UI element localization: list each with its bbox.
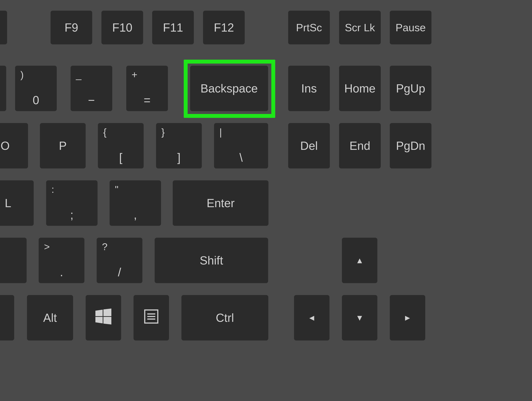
key-label: Pause	[395, 21, 426, 34]
svg-marker-0	[95, 310, 103, 316]
key-o[interactable]: O	[0, 123, 28, 168]
key-lower: ;	[46, 208, 98, 221]
key-lower: ]	[156, 151, 202, 164]
key-lower: 9	[0, 93, 6, 107]
svg-marker-1	[103, 309, 111, 316]
key-end[interactable]: End	[339, 123, 381, 168]
key-label: Shift	[200, 254, 223, 267]
key-label: Alt	[43, 311, 57, 324]
key-upper: |	[219, 126, 222, 138]
key-label: Home	[344, 82, 375, 95]
key-f9[interactable]: F9	[51, 11, 92, 44]
key-upper: :	[51, 184, 54, 195]
menu-icon	[143, 309, 159, 327]
key-label: Del	[300, 139, 318, 153]
key-fn[interactable]	[0, 295, 14, 341]
key-lower: [	[98, 151, 144, 164]
key-pause[interactable]: Pause	[390, 11, 431, 44]
key-pgdn[interactable]: PgDn	[390, 123, 431, 168]
key-lower: −	[70, 93, 112, 107]
arrow-right-icon: ►	[403, 313, 412, 323]
key-label: Ins	[301, 82, 317, 95]
key-del[interactable]: Del	[288, 123, 330, 168]
key-label: L	[5, 196, 11, 210]
key-ctrl-right[interactable]: Ctrl	[181, 295, 268, 341]
key-label: F10	[112, 21, 133, 34]
key-shift-right[interactable]: Shift	[155, 238, 268, 283]
key-lower: .	[39, 265, 84, 279]
svg-marker-2	[95, 317, 103, 323]
key-upper: >	[44, 241, 50, 252]
key-upper: "	[115, 184, 119, 195]
key-f12[interactable]: F12	[203, 11, 245, 44]
key-9[interactable]: ( 9	[0, 66, 6, 111]
key-upper: )	[20, 69, 24, 80]
key-slash[interactable]: ? /	[97, 238, 142, 283]
key-label: Ctrl	[216, 311, 234, 324]
key-windows[interactable]	[86, 295, 121, 341]
key-label: End	[349, 139, 370, 153]
key-semicolon[interactable]: : ;	[46, 180, 98, 226]
key-arrow-left[interactable]: ◄	[294, 295, 329, 341]
key-label: O	[0, 139, 10, 153]
key-arrow-down[interactable]: ▼	[342, 295, 377, 341]
key-prtsc[interactable]: PrtSc	[288, 11, 330, 44]
key-upper: +	[132, 69, 137, 80]
keyboard-diagram: 8 F9 F10 F11 F12 PrtSc Scr Lk Pause ( 9 …	[0, 0, 532, 401]
key-lower: \	[214, 151, 268, 164]
key-quote[interactable]: " ,	[110, 180, 161, 226]
key-label: PgUp	[396, 82, 425, 95]
arrow-up-icon: ▲	[355, 256, 364, 265]
key-p[interactable]: P	[40, 123, 86, 168]
key-label: Scr Lk	[345, 21, 375, 34]
key-label: P	[59, 139, 67, 153]
svg-marker-3	[103, 317, 111, 324]
key-lower: 0	[15, 93, 57, 107]
windows-icon	[95, 309, 111, 327]
key-upper: {	[103, 126, 107, 138]
key-lower: /	[97, 265, 142, 279]
key-alt[interactable]: Alt	[27, 295, 73, 341]
key-upper: _	[76, 69, 81, 80]
key-label: PgDn	[396, 139, 425, 153]
key-home[interactable]: Home	[339, 66, 381, 111]
key-f8[interactable]: 8	[0, 11, 7, 44]
key-upper: ?	[102, 241, 108, 252]
key-ins[interactable]: Ins	[288, 66, 330, 111]
key-label: PrtSc	[296, 21, 322, 34]
key-shift-left[interactable]	[0, 238, 27, 283]
key-rbracket[interactable]: } ]	[156, 123, 202, 168]
key-label: F11	[163, 21, 183, 34]
key-scrlk[interactable]: Scr Lk	[339, 11, 381, 44]
key-label: Enter	[207, 196, 234, 210]
arrow-down-icon: ▼	[355, 313, 364, 323]
arrow-left-icon: ◄	[308, 313, 316, 323]
key-label: F12	[214, 21, 234, 34]
key-period[interactable]: > .	[39, 238, 84, 283]
key-arrow-up[interactable]: ▲	[342, 238, 377, 283]
key-equals[interactable]: + =	[126, 66, 168, 111]
key-pgup[interactable]: PgUp	[390, 66, 431, 111]
key-backspace[interactable]: Backspace	[190, 66, 268, 111]
key-label: F9	[64, 21, 78, 34]
key-menu[interactable]	[133, 295, 169, 341]
key-f10[interactable]: F10	[101, 11, 143, 44]
key-label: Backspace	[201, 82, 258, 95]
key-enter[interactable]: Enter	[173, 180, 268, 226]
key-f11[interactable]: F11	[152, 11, 194, 44]
key-minus[interactable]: _ −	[70, 66, 112, 111]
key-0[interactable]: ) 0	[15, 66, 57, 111]
key-backslash[interactable]: | \	[214, 123, 268, 168]
key-lbracket[interactable]: { [	[98, 123, 144, 168]
key-lower: =	[126, 93, 168, 107]
key-upper: }	[161, 126, 165, 138]
key-l[interactable]: L	[0, 180, 34, 226]
key-lower: ,	[110, 208, 161, 221]
key-arrow-right[interactable]: ►	[390, 295, 425, 341]
